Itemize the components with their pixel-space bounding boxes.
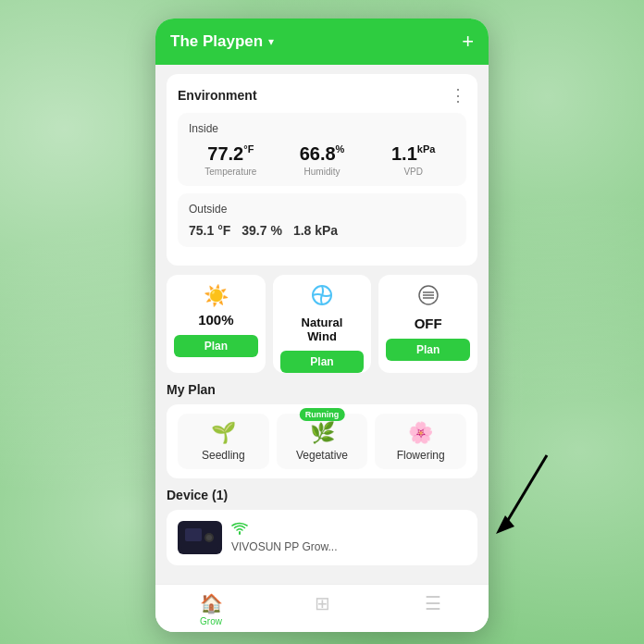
plan-card: 🌱 Seedling Running 🌿 Vegetative 🌸 Flower…: [167, 404, 477, 478]
seedling-icon: 🌱: [211, 421, 236, 445]
grid-icon: ⊞: [315, 592, 330, 614]
temperature-value: 77.2°F: [189, 142, 273, 165]
flowering-plan-item[interactable]: 🌸 Flowering: [375, 414, 466, 469]
wind-plan-button[interactable]: Plan: [280, 351, 365, 373]
nav-menu[interactable]: ☰: [378, 592, 489, 626]
my-plan-title: My Plan: [167, 382, 477, 397]
outside-temperature: 75.1 °F: [189, 223, 230, 238]
vpd-metric: 1.1kPa VPD: [371, 142, 455, 177]
seedling-label: Seedling: [202, 449, 245, 462]
svg-point-8: [206, 535, 212, 540]
svg-rect-6: [185, 528, 202, 541]
humidity-label: Humidity: [280, 167, 365, 177]
device-image: [178, 521, 222, 554]
app-title: The Playpen: [170, 32, 263, 51]
inside-label: Inside: [189, 122, 455, 135]
grow-label: Grow: [200, 616, 222, 626]
plan-items-row: 🌱 Seedling Running 🌿 Vegetative 🌸 Flower…: [178, 414, 466, 469]
header-title-row[interactable]: The Playpen ▾: [170, 32, 274, 51]
flowering-icon: 🌸: [408, 421, 433, 445]
more-icon[interactable]: ⋮: [450, 85, 466, 105]
device-info: VIVOSUN PP Grow...: [231, 521, 337, 554]
wifi-icon: [231, 522, 337, 539]
sun-icon: ☀️: [204, 284, 229, 308]
vegetative-plan-item[interactable]: Running 🌿 Vegetative: [277, 414, 368, 469]
device-name: VIVOSUN PP Grow...: [231, 540, 337, 553]
chevron-down-icon[interactable]: ▾: [268, 35, 274, 48]
humidity-value: 66.8%: [280, 142, 365, 165]
menu-icon: ☰: [425, 592, 441, 614]
phone-container: The Playpen ▾ + Environment ⋮ Inside 77.…: [155, 19, 489, 632]
nav-grid[interactable]: ⊞: [266, 592, 378, 626]
outside-humidity: 39.7 %: [242, 223, 282, 238]
co2-icon: [417, 284, 440, 312]
wind-value: NaturalWind: [302, 316, 343, 343]
light-plan-button[interactable]: Plan: [174, 335, 258, 357]
light-value: 100%: [198, 312, 233, 328]
seedling-plan-item[interactable]: 🌱 Seedling: [178, 414, 269, 469]
nav-grow[interactable]: 🏠 Grow: [155, 592, 266, 626]
wind-control-card[interactable]: NaturalWind Plan: [273, 275, 372, 373]
vpd-label: VPD: [371, 167, 455, 177]
app-header: The Playpen ▾ +: [155, 19, 489, 65]
outside-vpd: 1.8 kPa: [293, 223, 338, 238]
light-control-card[interactable]: ☀️ 100% Plan: [167, 275, 266, 373]
humidity-metric: 66.8% Humidity: [280, 142, 365, 177]
co2-control-card[interactable]: OFF Plan: [378, 275, 477, 373]
vpd-value: 1.1kPa: [371, 142, 455, 165]
inside-card: Inside 77.2°F Temperature 66.8% Humidity: [178, 113, 466, 186]
co2-plan-button[interactable]: Plan: [386, 339, 470, 361]
flowering-label: Flowering: [397, 449, 445, 462]
temperature-metric: 77.2°F Temperature: [189, 142, 273, 177]
outside-metrics: 75.1 °F 39.7 % 1.8 kPa: [189, 223, 455, 238]
inside-metrics: 77.2°F Temperature 66.8% Humidity 1.1kPa: [189, 142, 455, 177]
outside-label: Outside: [189, 203, 455, 216]
environment-header: Environment ⋮: [178, 85, 466, 105]
environment-card: Environment ⋮ Inside 77.2°F Temperature …: [167, 74, 477, 266]
control-row: ☀️ 100% Plan NaturalWind Plan: [167, 275, 477, 373]
home-icon: 🏠: [200, 592, 223, 614]
temperature-label: Temperature: [189, 167, 273, 177]
vegetative-icon: 🌿: [310, 421, 335, 445]
add-button[interactable]: +: [462, 30, 474, 54]
environment-title: Environment: [178, 88, 257, 103]
device-card[interactable]: VIVOSUN PP Grow...: [167, 510, 477, 565]
co2-value: OFF: [415, 316, 442, 331]
device-section-title: Device (1): [167, 488, 477, 502]
bottom-navigation: 🏠 Grow ⊞ ☰: [155, 584, 489, 632]
running-badge: Running: [300, 408, 345, 421]
vegetative-label: Vegetative: [296, 449, 348, 462]
outside-card: Outside 75.1 °F 39.7 % 1.8 kPa: [178, 193, 466, 247]
wind-icon: [311, 284, 333, 312]
main-content: Environment ⋮ Inside 77.2°F Temperature …: [155, 65, 489, 584]
